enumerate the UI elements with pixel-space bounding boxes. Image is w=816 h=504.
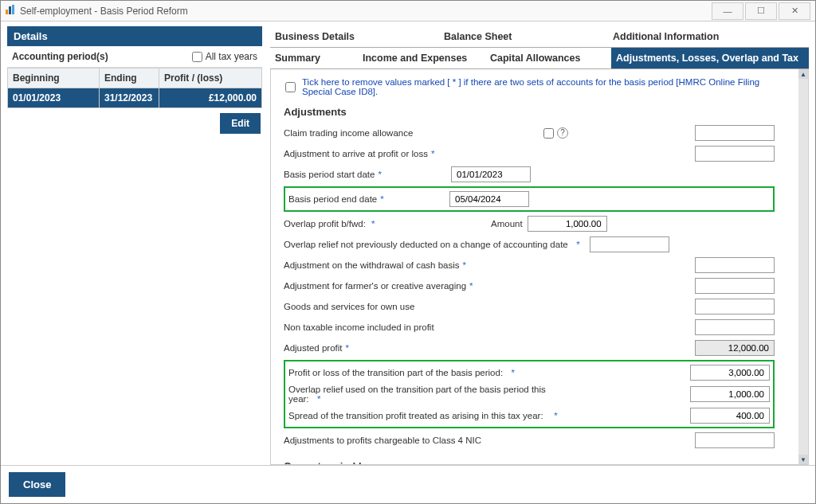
goods-services-input[interactable]	[695, 299, 775, 315]
adj-class4-input[interactable]	[695, 432, 775, 448]
period-profit-loss: £12,000.00	[159, 88, 261, 107]
col-header-profit-loss: Profit / (loss)	[159, 68, 261, 88]
tab-summary[interactable]: Summary	[270, 48, 358, 68]
svg-rect-2	[12, 5, 14, 14]
window-minimize-button[interactable]: —	[712, 2, 743, 20]
transition-pl-label: Profit or loss of the transition part of…	[288, 368, 503, 377]
id8-checkbox[interactable]	[285, 82, 296, 92]
claim-trading-label: Claim trading income allowance	[284, 128, 539, 138]
goods-services-label: Goods and services for own use	[284, 302, 539, 311]
non-taxable-label: Non taxable income included in profit	[284, 322, 539, 332]
accounting-periods-row: Accounting period(s) All tax years	[7, 46, 262, 68]
bp-start-label: Basis period start date	[284, 170, 375, 179]
footer: Close	[1, 465, 815, 503]
accounting-periods-label: Accounting period(s)	[12, 51, 192, 62]
overlap-bfwd-label: Overlap profit b/fwd:	[284, 219, 366, 229]
adj-farmers-input[interactable]	[695, 278, 775, 294]
window-maximize-button[interactable]: ☐	[745, 2, 777, 20]
period-ending: 31/12/2023	[100, 88, 159, 107]
overlap-bfwd-input[interactable]	[528, 216, 607, 232]
tab-capital-allowances[interactable]: Capital Allowances	[485, 48, 611, 68]
window-close-button[interactable]: ✕	[779, 2, 810, 20]
claim-trading-help-icon[interactable]: ?	[557, 127, 568, 139]
col-header-beginning: Beginning	[8, 68, 100, 88]
period-beginning: 01/01/2023	[8, 88, 100, 107]
svg-rect-0	[6, 10, 8, 14]
bp-end-input[interactable]	[449, 191, 529, 207]
svg-rect-1	[9, 6, 11, 14]
adj-farmers-label: Adjustment for farmer's or creative aver…	[284, 281, 466, 291]
scrollbar[interactable]: ▲ ▼	[798, 69, 808, 464]
overlap-transition-input[interactable]	[690, 386, 770, 402]
all-tax-years-checkbox[interactable]	[192, 52, 202, 62]
tab-business-details[interactable]: Business Details	[270, 26, 439, 47]
all-tax-years-label: All tax years	[206, 51, 257, 62]
right-panel: Business Details Balance Sheet Additiona…	[270, 26, 809, 465]
window-title: Self-employment - Basis Period Reform	[20, 6, 188, 17]
tab-adjustments[interactable]: Adjustments, Losses, Overlap and Tax	[611, 48, 809, 68]
amount-label: Amount	[491, 219, 523, 229]
titlebar: Self-employment - Basis Period Reform — …	[1, 1, 815, 21]
close-button[interactable]: Close	[9, 472, 65, 497]
spread-transition-input[interactable]	[690, 408, 770, 424]
window-root: Self-employment - Basis Period Reform — …	[0, 0, 816, 504]
adjusted-profit-value	[695, 340, 775, 356]
adj-withdrawal-label: Adjustment on the withdrawal of cash bas…	[284, 260, 460, 270]
bp-end-label: Basis period end date	[288, 194, 377, 204]
transition-pl-input[interactable]	[690, 365, 770, 381]
adj-arrive-input[interactable]	[695, 146, 775, 162]
col-header-ending: Ending	[100, 68, 159, 88]
adj-arrive-label: Adjustment to arrive at profit or loss	[284, 149, 428, 158]
overlap-not-prev-input[interactable]	[590, 236, 669, 252]
tab-income-expenses[interactable]: Income and Expenses	[358, 48, 485, 68]
losses-heading: Current period losses	[284, 460, 775, 464]
adj-withdrawal-input[interactable]	[695, 257, 775, 273]
period-row[interactable]: 01/01/2023 31/12/2023 £12,000.00	[8, 88, 261, 107]
id8-note-row: Tick here to remove values marked [ * ] …	[284, 77, 775, 96]
scroll-down-icon[interactable]: ▼	[798, 455, 808, 464]
left-panel: Details Accounting period(s) All tax yea…	[7, 26, 262, 465]
transition-highlight: Profit or loss of the transition part of…	[284, 360, 775, 428]
app-icon	[6, 5, 15, 17]
form-scroll-area: Tick here to remove values marked [ * ] …	[270, 69, 809, 465]
id8-note-text: Tick here to remove values marked [ * ] …	[302, 77, 775, 96]
claim-trading-input[interactable]	[695, 125, 775, 141]
bp-start-input[interactable]	[451, 166, 531, 182]
details-header: Details	[7, 26, 262, 46]
adjusted-profit-label: Adjusted profit	[284, 343, 343, 353]
tab-balance-sheet[interactable]: Balance Sheet	[439, 26, 608, 47]
adjustments-heading: Adjustments	[284, 106, 775, 118]
period-table: Beginning Ending Profit / (loss) 01/01/2…	[7, 68, 262, 108]
tabs-sub: Summary Income and Expenses Capital Allo…	[270, 48, 809, 69]
adj-class4-label: Adjustments to profits chargeable to Cla…	[284, 436, 539, 445]
overlap-not-prev-label: Overlap relief not previously deducted o…	[284, 240, 568, 249]
tabs-top: Business Details Balance Sheet Additiona…	[270, 26, 809, 48]
spread-transition-label: Spread of the transition profit treated …	[288, 411, 543, 420]
overlap-transition-label: Overlap relief used on the transition pa…	[288, 385, 546, 404]
claim-trading-checkbox[interactable]	[543, 128, 554, 139]
scroll-up-icon[interactable]: ▲	[798, 69, 808, 79]
edit-button[interactable]: Edit	[220, 113, 261, 134]
bp-end-highlight: Basis period end date*	[284, 186, 775, 212]
non-taxable-input[interactable]	[695, 319, 775, 335]
tab-additional-info[interactable]: Additional Information	[608, 26, 777, 47]
